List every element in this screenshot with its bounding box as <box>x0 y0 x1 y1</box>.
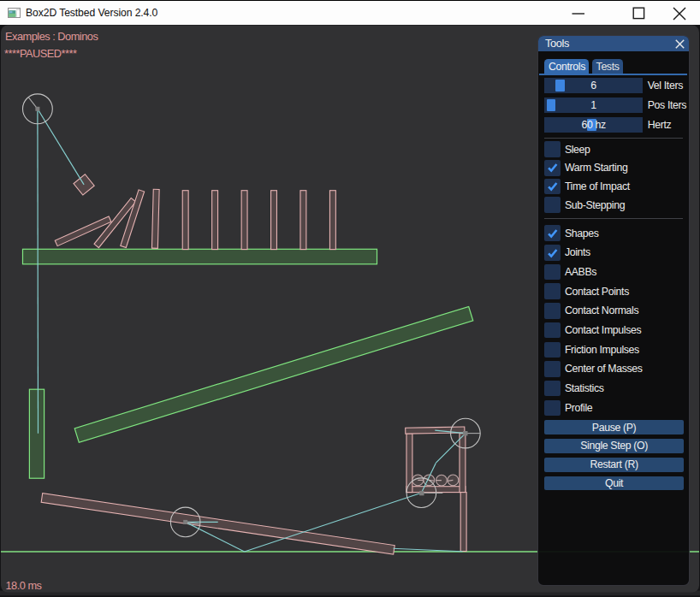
checkbox[interactable] <box>544 342 561 358</box>
slider-track[interactable]: 1 <box>544 98 643 112</box>
checkbox-label: Sleep <box>565 144 590 156</box>
domino-upright-1[interactable] <box>182 191 188 250</box>
checkbox-label: Contact Normals <box>565 304 638 316</box>
slider-row-hertz: 60 hzHertz <box>544 117 689 132</box>
checkbox-group-2: ShapesJointsAABBsContact PointsContact N… <box>544 225 689 416</box>
tab-underline <box>539 74 688 75</box>
slider-value: 60 hz <box>544 119 643 131</box>
checkbox-row-warm-starting[interactable]: Warm Starting <box>544 160 689 176</box>
slider-label: Hertz <box>648 119 672 131</box>
checkbox[interactable] <box>544 283 561 299</box>
tools-close-icon <box>675 39 685 49</box>
checkbox-label: Contact Impulses <box>565 324 641 336</box>
button-pause-p[interactable]: Pause (P) <box>544 420 683 434</box>
frame-time-label: 18.0 ms <box>6 579 42 592</box>
tab-controls[interactable]: Controls <box>544 59 589 74</box>
checkbox-row-sub-stepping[interactable]: Sub-Stepping <box>544 197 689 213</box>
domino-upright-3[interactable] <box>241 191 247 250</box>
domino-upright-5[interactable] <box>300 191 306 250</box>
button-restart-r[interactable]: Restart (R) <box>544 458 683 472</box>
joint-line-pillar-anchor <box>38 109 39 433</box>
domino-tilting[interactable] <box>151 189 159 248</box>
minimize-icon <box>572 7 584 20</box>
checkbox-row-contact-impulses[interactable]: Contact Impulses <box>544 322 689 339</box>
separator-2 <box>544 218 682 219</box>
slider-row-pos-iters: 1Pos Iters <box>544 98 689 112</box>
close-button[interactable] <box>660 1 698 26</box>
sliders: 6Vel Iters1Pos Iters60 hzHertz <box>544 78 689 132</box>
checkbox-label: Center of Masses <box>565 363 643 375</box>
checkbox[interactable] <box>544 141 561 157</box>
slider-label: Pos Iters <box>648 99 686 111</box>
checkbox-row-time-of-impact[interactable]: Time of Impact <box>544 179 689 195</box>
checkbox-row-sleep[interactable]: Sleep <box>544 141 689 157</box>
domino-upright-4[interactable] <box>271 191 277 250</box>
button-single-step-o[interactable]: Single Step (O) <box>544 439 683 453</box>
checkbox-label: Statistics <box>565 382 604 394</box>
tools-title: Tools <box>545 37 569 50</box>
anchor-dot-seesaw <box>183 520 187 524</box>
checkbox-row-aabbs[interactable]: AABBs <box>544 264 689 281</box>
window-title: Box2D Testbed Version 2.4.0 <box>26 7 157 19</box>
checkbox[interactable] <box>544 361 561 377</box>
domino-upright-2[interactable] <box>212 191 218 250</box>
checkbox-row-contact-normals[interactable]: Contact Normals <box>544 303 689 319</box>
checkbox-label: AABBs <box>565 266 596 278</box>
cart-right-wall[interactable] <box>460 434 466 493</box>
checkbox[interactable] <box>544 303 561 319</box>
checkbox[interactable] <box>544 197 561 213</box>
checkbox[interactable] <box>544 381 561 397</box>
slider-track[interactable]: 6 <box>544 78 643 92</box>
checkbox[interactable] <box>544 322 561 339</box>
close-icon <box>673 7 686 21</box>
checkmark-icon <box>546 180 560 193</box>
checkbox[interactable] <box>544 400 561 417</box>
tools-panel: Tools ControlsTests 6Vel Iters1Pos Iters… <box>537 35 691 587</box>
vertical-leg[interactable] <box>460 493 466 552</box>
checkbox[interactable] <box>544 225 561 241</box>
slider-value: 6 <box>544 80 643 92</box>
anchor-dot-pendulum <box>35 107 39 111</box>
checkbox-row-friction-impulses[interactable]: Friction Impulses <box>544 342 689 358</box>
checkbox-row-joints[interactable]: Joints <box>544 245 689 261</box>
checkbox-label: Warm Starting <box>565 162 628 174</box>
slider-value: 1 <box>544 99 643 111</box>
tools-titlebar[interactable]: Tools <box>538 36 690 52</box>
maximize-button[interactable] <box>620 1 658 26</box>
checkbox-row-center-of-masses[interactable]: Center of Masses <box>544 361 689 377</box>
tools-close-button[interactable] <box>673 38 686 50</box>
checkmark-icon <box>546 227 560 240</box>
domino-upright-6[interactable] <box>329 191 335 250</box>
checkbox[interactable] <box>544 179 561 195</box>
checkbox[interactable] <box>544 160 561 176</box>
maximize-icon <box>632 7 645 20</box>
anchor-dot-lid <box>463 431 467 435</box>
checkbox-label: Shapes <box>565 228 599 239</box>
checkbox-group-1: SleepWarm StartingTime of ImpactSub-Step… <box>544 141 689 213</box>
app-icon <box>8 8 21 18</box>
checkbox-label: Friction Impulses <box>565 344 639 356</box>
tab-tests[interactable]: Tests <box>592 59 623 74</box>
paused-label: ****PAUSED**** <box>4 47 77 60</box>
checkbox-row-contact-points[interactable]: Contact Points <box>544 283 689 299</box>
slider-row-vel-iters: 6Vel Iters <box>544 78 689 92</box>
checkbox-row-profile[interactable]: Profile <box>544 400 689 417</box>
example-label: Examples : Dominos <box>5 30 98 43</box>
checkbox-row-statistics[interactable]: Statistics <box>544 381 689 397</box>
slider-label: Vel Iters <box>648 80 683 92</box>
anchor-dot-cart <box>419 491 424 495</box>
tab-bar: ControlsTests <box>544 59 689 74</box>
domino-platform <box>23 249 377 264</box>
checkbox-label: Sub-Stepping <box>565 199 625 211</box>
button-quit[interactable]: Quit <box>544 476 683 491</box>
checkbox[interactable] <box>544 245 561 261</box>
action-buttons: Pause (P)Single Step (O)Restart (R)Quit <box>544 420 689 490</box>
tall-pillar <box>29 389 44 478</box>
window-titlebar: Box2D Testbed Version 2.4.0 <box>0 0 700 25</box>
checkmark-icon <box>546 246 560 260</box>
slider-track[interactable]: 60 hz <box>544 117 643 132</box>
checkbox-label: Time of Impact <box>565 180 630 192</box>
checkbox[interactable] <box>544 264 561 281</box>
minimize-button[interactable] <box>559 1 597 26</box>
checkbox-row-shapes[interactable]: Shapes <box>544 225 689 241</box>
